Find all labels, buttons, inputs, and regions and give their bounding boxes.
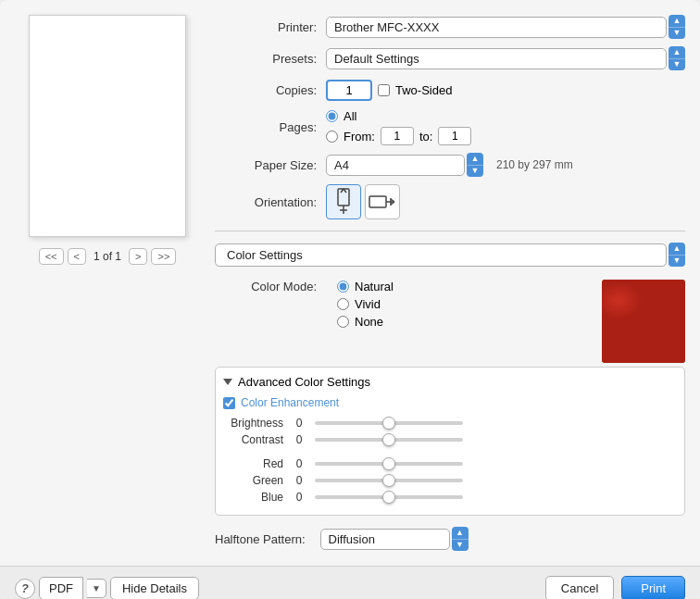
brightness-row: Brightness 0	[223, 417, 677, 430]
pdf-button[interactable]: PDF	[39, 577, 83, 599]
last-page-button[interactable]: >>	[151, 248, 176, 265]
copies-control: Two-Sided	[326, 80, 685, 101]
color-mode-natural[interactable]: Natural	[337, 280, 591, 293]
landscape-icon	[369, 192, 396, 212]
red-row: Red 0	[223, 457, 677, 470]
page-indicator: 1 of 1	[94, 250, 121, 263]
color-preview-inner	[602, 280, 685, 363]
color-natural-radio[interactable]	[337, 281, 349, 293]
brightness-value: 0	[291, 417, 307, 430]
print-dialog: << < 1 of 1 > >> Printer: Brother MFC-XX…	[0, 0, 700, 599]
printer-control: Brother MFC-XXXX ▲ ▼	[326, 15, 685, 39]
footer-right: Cancel Print	[545, 576, 685, 599]
prev-page-button[interactable]: <	[68, 248, 86, 265]
contrast-slider[interactable]	[315, 438, 463, 442]
halftone-stepper[interactable]: ▲ ▼	[452, 527, 469, 551]
presets-select[interactable]: Default Settings	[326, 48, 667, 69]
pages-all-label: All	[344, 109, 356, 123]
color-mode-vivid[interactable]: Vivid	[337, 297, 591, 311]
halftone-select[interactable]: Diffusion Dither Error Diffusion	[320, 529, 450, 550]
color-enhancement-row: Color Enhancement	[223, 396, 677, 409]
page-preview	[29, 15, 186, 237]
section-selector-row: Color Settings ▲ ▼	[215, 243, 685, 267]
preview-panel: << < 1 of 1 > >>	[15, 15, 200, 551]
blue-slider[interactable]	[315, 495, 463, 499]
blue-row: Blue 0	[223, 491, 677, 504]
copies-input[interactable]	[326, 80, 372, 101]
blue-value: 0	[291, 491, 307, 504]
copies-row: Copies: Two-Sided	[215, 78, 685, 102]
printer-label: Printer:	[215, 20, 317, 34]
color-mode-row: Color Mode: Natural Vivid None	[215, 280, 685, 363]
pages-label: Pages:	[215, 120, 317, 134]
presets-stepper[interactable]: ▲ ▼	[669, 46, 685, 70]
pdf-chevron-button[interactable]: ▼	[87, 579, 106, 598]
color-mode-none[interactable]: None	[337, 315, 591, 329]
section-stepper[interactable]: ▲ ▼	[669, 243, 685, 267]
print-button[interactable]: Print	[621, 576, 685, 599]
first-page-button[interactable]: <<	[39, 248, 64, 265]
advanced-header-label: Advanced Color Settings	[238, 375, 370, 389]
color-enhancement-checkbox[interactable]	[223, 397, 235, 409]
hide-details-button[interactable]: Hide Details	[110, 577, 199, 599]
printer-select[interactable]: Brother MFC-XXXX	[326, 17, 667, 38]
pages-row: Pages: All From: to:	[215, 109, 685, 145]
footer: ? PDF ▼ Hide Details Cancel Print	[0, 566, 700, 599]
paper-size-row: Paper Size: A4 ▲ ▼ 210 by 297 mm	[215, 153, 685, 177]
printer-stepper[interactable]: ▲ ▼	[669, 15, 685, 39]
landscape-button[interactable]	[365, 184, 400, 219]
red-slider[interactable]	[315, 462, 463, 466]
red-label: Red	[223, 457, 283, 470]
color-vivid-radio[interactable]	[337, 298, 349, 310]
pages-from-radio[interactable]	[326, 131, 338, 143]
copies-label: Copies:	[215, 83, 317, 97]
cancel-button[interactable]: Cancel	[545, 576, 614, 599]
green-row: Green 0	[223, 474, 677, 487]
color-settings-content: Color Mode: Natural Vivid None	[215, 280, 685, 551]
section-select[interactable]: Color Settings	[215, 243, 667, 267]
green-label: Green	[223, 474, 283, 487]
orientation-control	[326, 184, 685, 219]
next-page-button[interactable]: >	[129, 248, 147, 265]
printer-row: Printer: Brother MFC-XXXX ▲ ▼	[215, 15, 685, 39]
orientation-label: Orientation:	[215, 195, 317, 209]
portrait-button[interactable]	[326, 184, 361, 219]
portrait-icon	[333, 188, 354, 216]
paper-size-stepper[interactable]: ▲ ▼	[467, 153, 483, 177]
help-button[interactable]: ?	[15, 579, 35, 599]
presets-control: Default Settings ▲ ▼	[326, 46, 685, 70]
color-mode-options: Natural Vivid None	[337, 280, 591, 329]
color-enhancement-label: Color Enhancement	[241, 396, 339, 409]
halftone-select-wrapper: Diffusion Dither Error Diffusion ▲ ▼	[320, 527, 469, 551]
pages-all-radio[interactable]	[326, 110, 338, 122]
presets-label: Presets:	[215, 52, 317, 66]
paper-dimensions: 210 by 297 mm	[496, 158, 573, 171]
advanced-color-settings: Advanced Color Settings Color Enhancemen…	[215, 367, 685, 516]
color-natural-label: Natural	[355, 280, 394, 293]
collapse-icon	[223, 379, 232, 385]
green-slider[interactable]	[315, 479, 463, 482]
brightness-slider[interactable]	[315, 421, 463, 425]
footer-left: ? PDF ▼ Hide Details	[15, 577, 199, 599]
color-none-radio[interactable]	[337, 316, 349, 328]
pagination: << < 1 of 1 > >>	[39, 248, 177, 265]
contrast-value: 0	[291, 433, 307, 446]
orientation-row: Orientation:	[215, 184, 685, 219]
halftone-row: Halftone Pattern: Diffusion Dither Error…	[215, 527, 685, 551]
pages-from-input[interactable]	[381, 127, 414, 145]
brightness-label: Brightness	[223, 417, 283, 430]
pages-control: All From: to:	[326, 109, 685, 145]
red-value: 0	[291, 457, 307, 470]
advanced-header[interactable]: Advanced Color Settings	[223, 375, 677, 389]
paper-size-label: Paper Size:	[215, 158, 317, 172]
pages-to-input[interactable]	[438, 127, 471, 145]
paper-size-select[interactable]: A4	[326, 155, 465, 176]
two-sided-checkbox[interactable]	[378, 84, 390, 96]
paper-size-control: A4 ▲ ▼ 210 by 297 mm	[326, 153, 685, 177]
contrast-label: Contrast	[223, 433, 283, 446]
pages-from-label: From:	[344, 130, 375, 144]
svg-rect-3	[369, 196, 386, 207]
blue-label: Blue	[223, 491, 283, 504]
color-preview-image	[602, 280, 685, 363]
two-sided-label: Two-Sided	[395, 83, 452, 97]
